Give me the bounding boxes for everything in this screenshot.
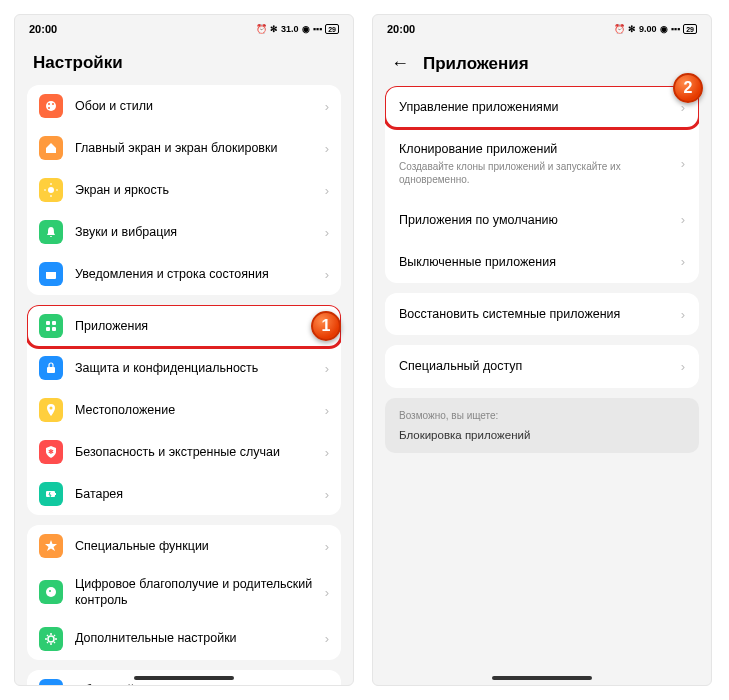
apps-group: Специальный доступ› bbox=[385, 345, 699, 387]
row-label: Безопасность и экстренные случаи bbox=[75, 444, 325, 460]
status-time: 20:00 bbox=[387, 23, 415, 35]
settings-group: Приложения›Защита и конфиденциальность›М… bbox=[27, 305, 341, 515]
row-label: Уведомления и строка состояния bbox=[75, 266, 325, 282]
settings-group: Обои и стили›Главный экран и экран блоки… bbox=[27, 85, 341, 295]
row-label: Главный экран и экран блокировки bbox=[75, 140, 325, 156]
grid-icon bbox=[39, 314, 63, 338]
chevron-right-icon: › bbox=[325, 487, 329, 502]
row-label: Защита и конфиденциальность bbox=[75, 360, 325, 376]
svg-line-28 bbox=[54, 642, 55, 643]
battery-icon bbox=[39, 482, 63, 506]
apps-row[interactable]: Специальный доступ› bbox=[385, 345, 699, 387]
settings-row[interactable]: Главный экран и экран блокировки› bbox=[27, 127, 341, 169]
settings-group: Специальные функции›Цифровое благополучи… bbox=[27, 525, 341, 660]
row-label: Управление приложениями bbox=[399, 99, 681, 115]
svg-rect-12 bbox=[52, 321, 56, 325]
row-label: Специальный доступ bbox=[399, 358, 681, 374]
search-hint-box: Возможно, вы ищете:Блокировка приложений bbox=[385, 398, 699, 453]
svg-line-30 bbox=[54, 635, 55, 636]
apps-screen: 20:00 ⏰ ✻ 9.00 ◉ ▪▪▪ 29 ← Приложения Упр… bbox=[372, 14, 712, 686]
svg-rect-10 bbox=[46, 269, 56, 272]
apps-row[interactable]: Управление приложениями› bbox=[385, 86, 699, 128]
chevron-right-icon: › bbox=[325, 683, 329, 685]
chevron-right-icon: › bbox=[325, 403, 329, 418]
lock-icon bbox=[39, 356, 63, 380]
row-label: Экран и яркость bbox=[75, 182, 325, 198]
row-label: Местоположение bbox=[75, 402, 325, 418]
settings-list[interactable]: Обои и стили›Главный экран и экран блоки… bbox=[15, 85, 353, 685]
sun-icon bbox=[39, 178, 63, 202]
svg-rect-15 bbox=[47, 367, 55, 373]
settings-row[interactable]: Обои и стили› bbox=[27, 85, 341, 127]
row-label: Цифровое благополучие и родительский кон… bbox=[75, 576, 325, 609]
row-label: Приложения по умолчанию bbox=[399, 212, 681, 228]
status-time: 20:00 bbox=[29, 23, 57, 35]
hint-title: Возможно, вы ищете: bbox=[399, 410, 685, 421]
nav-indicator bbox=[134, 676, 234, 680]
row-label: Выключенные приложения bbox=[399, 254, 681, 270]
step-badge-1: 1 bbox=[311, 311, 341, 341]
bell-icon bbox=[39, 220, 63, 244]
settings-row[interactable]: Специальные функции› bbox=[27, 525, 341, 567]
back-button[interactable]: ← bbox=[391, 53, 409, 74]
signal-icon: ▪▪▪ bbox=[671, 24, 681, 34]
chevron-right-icon: › bbox=[325, 183, 329, 198]
nav-indicator bbox=[492, 676, 592, 680]
settings-row[interactable]: Приложения› bbox=[27, 305, 341, 347]
apps-group: Управление приложениями›Клонирование при… bbox=[385, 86, 699, 283]
svg-point-1 bbox=[48, 103, 50, 105]
star-icon bbox=[39, 534, 63, 558]
gear-icon bbox=[39, 627, 63, 651]
svg-line-27 bbox=[47, 635, 48, 636]
row-label: Обои и стили bbox=[75, 98, 325, 114]
hint-item[interactable]: Блокировка приложений bbox=[399, 429, 685, 441]
svg-rect-13 bbox=[46, 327, 50, 331]
settings-screen: 20:00 ⏰ ✻ 31.0 ◉ ▪▪▪ 29 Настройки Обои и… bbox=[14, 14, 354, 686]
page-header: ← Приложения bbox=[373, 43, 711, 86]
wifi-icon: ◉ bbox=[660, 24, 668, 34]
apps-list[interactable]: Управление приложениями›Клонирование при… bbox=[373, 86, 711, 685]
page-title: Приложения bbox=[423, 54, 529, 74]
status-icons: ⏰ ✻ 9.00 ◉ ▪▪▪ 29 bbox=[614, 24, 697, 34]
svg-rect-14 bbox=[52, 327, 56, 331]
apps-row[interactable]: Клонирование приложенийСоздавайте клоны … bbox=[385, 128, 699, 198]
apps-group: Восстановить системные приложения› bbox=[385, 293, 699, 335]
apps-row[interactable]: Приложения по умолчанию› bbox=[385, 199, 699, 241]
settings-row[interactable]: Цифровое благополучие и родительский кон… bbox=[27, 567, 341, 618]
settings-row[interactable]: Местоположение› bbox=[27, 389, 341, 431]
chevron-right-icon: › bbox=[325, 539, 329, 554]
chevron-right-icon: › bbox=[681, 156, 685, 171]
svg-point-16 bbox=[50, 407, 53, 410]
row-label: Звуки и вибрация bbox=[75, 224, 325, 240]
svg-rect-11 bbox=[46, 321, 50, 325]
svg-point-22 bbox=[48, 636, 54, 642]
settings-row[interactable]: Батарея› bbox=[27, 473, 341, 515]
wellbeing-icon bbox=[39, 580, 63, 604]
row-sublabel: Создавайте клоны приложений и запускайте… bbox=[399, 160, 681, 186]
chevron-right-icon: › bbox=[325, 631, 329, 646]
chevron-right-icon: › bbox=[325, 361, 329, 376]
row-label: Об устройстве bbox=[75, 682, 325, 685]
page-header: Настройки bbox=[15, 43, 353, 85]
row-label: Батарея bbox=[75, 486, 325, 502]
settings-row[interactable]: ✱Безопасность и экстренные случаи› bbox=[27, 431, 341, 473]
settings-row[interactable]: Уведомления и строка состояния› bbox=[27, 253, 341, 295]
svg-point-2 bbox=[52, 103, 54, 105]
settings-row[interactable]: Звуки и вибрация› bbox=[27, 211, 341, 253]
net-speed: 31.0 bbox=[281, 24, 299, 34]
pin-icon bbox=[39, 398, 63, 422]
chevron-right-icon: › bbox=[325, 585, 329, 600]
step-badge-2: 2 bbox=[673, 73, 703, 103]
svg-line-29 bbox=[47, 642, 48, 643]
settings-row[interactable]: Экран и яркость› bbox=[27, 169, 341, 211]
settings-row[interactable]: Защита и конфиденциальность› bbox=[27, 347, 341, 389]
svg-point-0 bbox=[46, 101, 56, 111]
settings-row[interactable]: Дополнительные настройки› bbox=[27, 618, 341, 660]
alarm-icon: ⏰ bbox=[256, 24, 267, 34]
chevron-right-icon: › bbox=[681, 307, 685, 322]
svg-point-21 bbox=[49, 590, 51, 592]
row-label: Специальные функции bbox=[75, 538, 325, 554]
apps-row[interactable]: Восстановить системные приложения› bbox=[385, 293, 699, 335]
apps-row[interactable]: Выключенные приложения› bbox=[385, 241, 699, 283]
shield-icon: ✱ bbox=[39, 440, 63, 464]
